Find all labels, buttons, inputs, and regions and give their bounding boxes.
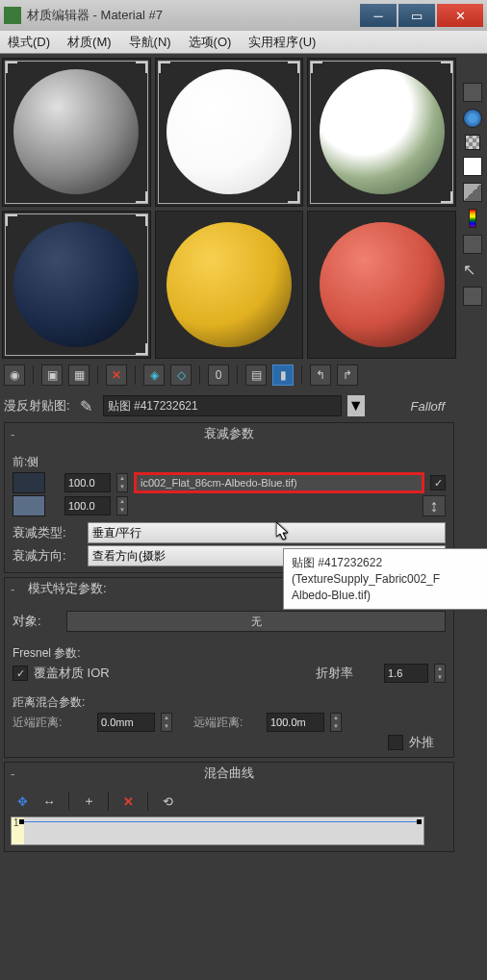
show-map-button[interactable]: ▮ bbox=[272, 364, 294, 386]
curve-toolbar: ✥ ↔ ＋ ✕ ⟲ bbox=[9, 788, 449, 815]
show-end-result-button[interactable]: ▤ bbox=[245, 364, 267, 386]
reset-button[interactable]: ✕ bbox=[106, 364, 127, 386]
reset-curve-button[interactable]: ⟲ bbox=[158, 792, 177, 811]
curve-line bbox=[19, 821, 422, 822]
material-previews bbox=[2, 58, 456, 359]
extrapolate-label: 外推 bbox=[409, 734, 434, 751]
get-material-button[interactable]: ◉ bbox=[4, 364, 25, 386]
rollout-header[interactable]: - 混合曲线 bbox=[5, 763, 453, 784]
material-editor-window: 材质编辑器 - Material #7 ─ ▭ ✕ 模式(D) 材质(M) 导航… bbox=[0, 0, 487, 980]
extrapolate-checkbox[interactable] bbox=[388, 735, 403, 750]
options-button[interactable] bbox=[463, 235, 482, 254]
menu-bar: 模式(D) 材质(M) 导航(N) 选项(O) 实用程序(U) bbox=[0, 31, 487, 54]
far-spinner[interactable]: 100.0m bbox=[267, 713, 324, 732]
color-swatch-1[interactable] bbox=[13, 472, 45, 493]
scale-point-button[interactable]: ↔ bbox=[39, 792, 59, 811]
put-to-library-button[interactable]: ◇ bbox=[170, 364, 192, 386]
swap-button[interactable]: ↕ bbox=[423, 495, 446, 516]
preview-slot-5[interactable] bbox=[155, 211, 304, 360]
collapse-icon: - bbox=[11, 582, 14, 596]
preview-slot-6[interactable] bbox=[307, 211, 456, 360]
distance-blend-label: 距离混合参数: bbox=[13, 694, 446, 711]
sample-type-button[interactable] bbox=[463, 83, 482, 102]
fresnel-label: Fresnel 参数: bbox=[13, 645, 446, 662]
mouse-cursor-icon bbox=[276, 522, 292, 545]
value-spinner-2[interactable]: 100.0 bbox=[64, 496, 111, 515]
collapse-icon: - bbox=[11, 766, 14, 781]
front-side-label: 前:侧 bbox=[13, 454, 446, 470]
y-axis-label: 1 bbox=[13, 817, 19, 828]
dropdown-arrow-icon[interactable]: ▼ bbox=[347, 395, 365, 416]
preview-slot-4[interactable] bbox=[2, 211, 151, 360]
sample-uv-button[interactable] bbox=[463, 157, 482, 176]
video-color-check-button[interactable] bbox=[463, 183, 482, 202]
color-swatch-2[interactable] bbox=[13, 495, 45, 516]
sphere-icon bbox=[167, 222, 292, 347]
tooltip: 贴图 #417232622 (TextureSupply_Fabric002_F… bbox=[283, 548, 487, 610]
material-map-navigator-button[interactable] bbox=[463, 287, 482, 306]
menu-material[interactable]: 材质(M) bbox=[67, 34, 112, 51]
falloff-type-label: 衰减类型: bbox=[13, 524, 82, 541]
far-label: 远端距离: bbox=[193, 715, 261, 731]
map-type-button[interactable]: Falloff bbox=[401, 397, 454, 415]
falloff-dir-label: 衰减方向: bbox=[13, 547, 82, 565]
menu-mode[interactable]: 模式(D) bbox=[8, 34, 50, 51]
spinner-buttons[interactable]: ▲▼ bbox=[116, 473, 128, 492]
diffuse-label: 漫反射贴图: bbox=[4, 397, 70, 415]
minimize-button[interactable]: ─ bbox=[360, 4, 397, 27]
select-by-material-button[interactable] bbox=[463, 261, 482, 280]
assign-button[interactable]: ▦ bbox=[68, 364, 90, 386]
menu-options[interactable]: 选项(O) bbox=[189, 34, 232, 51]
window-title: 材质编辑器 - Material #7 bbox=[27, 7, 360, 24]
move-point-button[interactable]: ✥ bbox=[13, 792, 32, 811]
go-forward-button[interactable]: ↱ bbox=[337, 364, 358, 386]
preview-slot-3[interactable] bbox=[307, 58, 456, 207]
add-point-button[interactable]: ＋ bbox=[79, 792, 98, 811]
ior-spinner[interactable]: 1.6 bbox=[384, 664, 428, 683]
mix-curve-rollout: - 混合曲线 ✥ ↔ ＋ ✕ ⟲ 1 bbox=[4, 762, 454, 852]
near-label: 近端距离: bbox=[13, 715, 91, 731]
side-toolbar bbox=[458, 54, 487, 980]
put-to-scene-button[interactable]: ▣ bbox=[41, 364, 63, 386]
map-name-dropdown[interactable]: 贴图 #417232621 bbox=[103, 395, 342, 416]
object-pick-button[interactable]: 无 bbox=[66, 611, 446, 632]
value-spinner-1[interactable]: 100.0 bbox=[64, 473, 111, 492]
object-label: 对象: bbox=[13, 613, 61, 630]
go-to-parent-button[interactable]: ↰ bbox=[310, 364, 331, 386]
map-slot-1[interactable]: ic002_Flat_86cm-Albedo-Blue.tif) bbox=[134, 472, 424, 493]
menu-utilities[interactable]: 实用程序(U) bbox=[248, 34, 316, 51]
maximize-button[interactable]: ▭ bbox=[398, 4, 435, 27]
spinner-buttons[interactable]: ▲▼ bbox=[330, 713, 342, 732]
close-button[interactable]: ✕ bbox=[437, 4, 483, 27]
curve-handle-icon[interactable] bbox=[19, 819, 24, 824]
spinner-buttons[interactable]: ▲▼ bbox=[434, 664, 446, 683]
spinner-buttons[interactable]: ▲▼ bbox=[161, 713, 172, 732]
falloff-type-select[interactable]: 垂直/平行 bbox=[88, 522, 446, 543]
curve-graph[interactable]: 1 bbox=[11, 817, 424, 845]
eyedropper-icon[interactable]: ✎ bbox=[76, 395, 97, 416]
collapse-icon: - bbox=[11, 427, 14, 441]
menu-navigate[interactable]: 导航(N) bbox=[129, 34, 171, 51]
delete-point-button[interactable]: ✕ bbox=[118, 792, 138, 811]
material-id-button[interactable]: 0 bbox=[208, 364, 229, 386]
map-enable-checkbox-1[interactable]: ✓ bbox=[430, 475, 446, 490]
override-ior-checkbox[interactable]: ✓ bbox=[13, 666, 28, 681]
preview-slot-2[interactable] bbox=[155, 58, 304, 207]
curve-handle-icon[interactable] bbox=[417, 819, 422, 824]
near-spinner[interactable]: 0.0mm bbox=[97, 713, 155, 732]
spinner-buttons[interactable]: ▲▼ bbox=[116, 496, 128, 515]
ior-label: 折射率 bbox=[316, 665, 353, 682]
background-button[interactable] bbox=[465, 135, 480, 150]
make-preview-button[interactable] bbox=[469, 209, 476, 228]
diffuse-map-row: 漫反射贴图: ✎ 贴图 #417232621 ▼ Falloff bbox=[2, 391, 456, 420]
sphere-icon bbox=[320, 222, 445, 347]
backlight-button[interactable] bbox=[463, 109, 482, 128]
app-icon bbox=[4, 7, 21, 24]
override-ior-label: 覆盖材质 IOR bbox=[34, 665, 110, 682]
make-unique-button[interactable]: ◈ bbox=[143, 364, 165, 386]
preview-slot-1[interactable] bbox=[2, 58, 151, 207]
title-bar[interactable]: 材质编辑器 - Material #7 ─ ▭ ✕ bbox=[0, 0, 487, 31]
toolbar: ◉ ▣ ▦ ✕ ◈ ◇ 0 ▤ ▮ ↰ ↱ bbox=[2, 359, 456, 391]
rollout-header[interactable]: - 衰减参数 bbox=[5, 423, 453, 444]
